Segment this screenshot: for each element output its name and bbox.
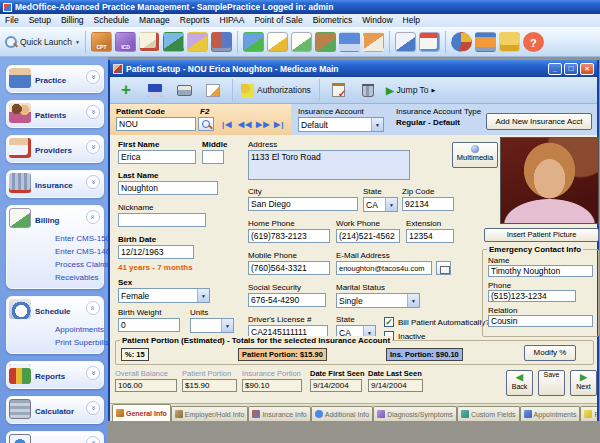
tab-general-info[interactable]: General Info — [112, 404, 171, 421]
menu-billing[interactable]: Billing — [56, 14, 89, 27]
expand-chevron-icon[interactable]: » — [86, 366, 100, 380]
middle-input[interactable] — [202, 150, 224, 164]
city-input[interactable] — [248, 197, 358, 211]
claims-transfer-icon[interactable] — [243, 32, 264, 52]
menu-file[interactable]: File — [0, 14, 24, 27]
close-button[interactable]: × — [580, 63, 594, 75]
sidebar-item-print-superbills[interactable]: Print Superbills — [55, 336, 101, 349]
process-claims-icon[interactable] — [291, 32, 312, 52]
dropdown-arrow-icon[interactable]: ▼ — [371, 118, 383, 131]
bill-auto-checkbox[interactable]: ✓ — [384, 317, 394, 327]
authorizations-button[interactable]: Authorizations — [240, 79, 312, 101]
tab-appointments[interactable]: Appointments — [520, 406, 581, 421]
save-patient-button[interactable] — [143, 79, 167, 101]
expand-chevron-icon[interactable]: » — [86, 70, 100, 84]
cpt-codes-icon[interactable]: CPT — [91, 32, 112, 52]
expand-chevron-icon[interactable]: » — [86, 401, 100, 415]
menu-biometrics[interactable]: Biometrics — [308, 14, 358, 27]
sidebar-section-shortcuts[interactable]: Shortcuts » — [6, 431, 104, 443]
expand-chevron-icon[interactable]: » — [86, 105, 100, 119]
emergency-phone-input[interactable] — [488, 290, 576, 302]
menu-setup[interactable]: Setup — [24, 14, 56, 27]
modify-percent-button[interactable]: Modify % — [524, 345, 576, 361]
collapse-chevron-icon[interactable]: » — [86, 210, 100, 224]
quick-launch-dropdown-icon[interactable]: ▼ — [75, 39, 80, 45]
patient-search-button[interactable] — [198, 117, 214, 131]
next-button[interactable]: ▶ Next — [570, 370, 597, 396]
report-scheduler-icon[interactable] — [395, 32, 416, 52]
birth-weight-input[interactable] — [118, 318, 180, 332]
delete-button[interactable] — [356, 79, 380, 101]
menu-schedule[interactable]: Schedule — [89, 14, 134, 27]
emergency-relation-input[interactable] — [488, 315, 593, 327]
tab-patient-notes[interactable]: Patient Notes — [580, 406, 597, 421]
multimedia-button[interactable]: Multimedia — [452, 142, 498, 168]
first-name-input[interactable] — [118, 150, 196, 164]
sex-select[interactable]: Female ▼ — [118, 288, 210, 303]
patient-code-input[interactable] — [116, 117, 196, 131]
sidebar-item-enter-cms-1500[interactable]: Enter CMS-1500 — [55, 232, 101, 245]
dropdown-arrow-icon[interactable]: ▼ — [385, 198, 397, 211]
mobile-phone-input[interactable] — [248, 261, 330, 275]
address-input[interactable]: 1133 El Toro Road — [248, 150, 410, 180]
financial-charts-icon[interactable] — [451, 32, 472, 52]
quick-launch-button[interactable]: Quick Launch — [20, 37, 72, 47]
sidebar-section-schedule[interactable]: Schedule » Appointments Print Superbills — [6, 296, 104, 354]
add-patient-button[interactable]: + — [114, 79, 138, 101]
sidebar-section-patients[interactable]: Patients » — [6, 100, 104, 128]
billing-sheet-icon[interactable] — [267, 32, 288, 52]
menu-manage[interactable]: Manage — [134, 14, 175, 27]
units-select[interactable]: ▼ — [190, 318, 234, 333]
collapse-chevron-icon[interactable]: » — [86, 301, 100, 315]
save-button[interactable]: Save — [538, 370, 565, 396]
dropdown-arrow-icon[interactable]: ▼ — [221, 319, 233, 332]
workstation-icon[interactable] — [475, 32, 496, 52]
patient-report-icon[interactable] — [363, 32, 384, 52]
lab-tests-icon[interactable] — [163, 32, 184, 52]
expand-chevron-icon[interactable]: » — [86, 436, 100, 443]
help-icon[interactable]: ? — [523, 32, 544, 52]
point-of-sale-icon[interactable] — [339, 32, 360, 52]
expand-chevron-icon[interactable]: » — [86, 175, 100, 189]
menu-hipaa[interactable]: HIPAA — [215, 14, 250, 27]
tab-insurance-info[interactable]: Insurance Info — [248, 406, 310, 421]
authorizations-icon[interactable] — [187, 32, 208, 52]
maximize-button[interactable]: □ — [564, 63, 578, 75]
zip-input[interactable] — [402, 197, 454, 211]
nav-prev-button[interactable]: ◀◀ — [238, 120, 252, 129]
icd-codes-icon[interactable]: ICD — [115, 32, 136, 52]
tab-custom-fields[interactable]: Custom Fields — [457, 406, 520, 421]
tab-employer-hold-info[interactable]: Employer/Hold Info — [171, 406, 249, 421]
sidebar-section-billing[interactable]: Billing » Enter CMS-1500 Enter CMS-1460 … — [6, 205, 104, 289]
sidebar-section-insurance[interactable]: Insurance » — [6, 170, 104, 198]
dropdown-arrow-icon[interactable]: ▼ — [197, 289, 209, 302]
dropdown-arrow-icon[interactable]: ▼ — [407, 294, 419, 307]
menu-reports[interactable]: Reports — [175, 14, 215, 27]
jump-to-button[interactable]: ▶ Jump To ▶ — [385, 79, 437, 101]
sidebar-section-practice[interactable]: Practice » — [6, 65, 104, 93]
sidebar-section-reports[interactable]: Reports » — [6, 361, 104, 389]
insert-picture-button[interactable]: Insert Patient Picture — [484, 228, 599, 242]
last-name-input[interactable] — [118, 181, 218, 195]
email-input[interactable] — [336, 261, 432, 275]
nickname-input[interactable] — [118, 213, 206, 227]
sidebar-item-receivables[interactable]: Receivables — [55, 271, 101, 284]
work-phone-input[interactable] — [336, 229, 400, 243]
tab-diagnosis-symptoms[interactable]: Diagnosis/Symptoms — [373, 406, 457, 421]
sidebar-item-enter-cms-1460[interactable]: Enter CMS-1460 — [55, 245, 101, 258]
menu-help[interactable]: Help — [398, 14, 425, 27]
inventory-icon[interactable] — [315, 32, 336, 52]
expand-chevron-icon[interactable]: » — [86, 140, 100, 154]
birth-date-input[interactable] — [118, 245, 194, 259]
back-button[interactable]: ◀ Back — [506, 370, 533, 396]
insurance-account-select[interactable]: Default ▼ — [298, 117, 384, 132]
appointments-icon[interactable] — [419, 32, 440, 52]
edit-button[interactable] — [201, 79, 225, 101]
home-phone-input[interactable] — [248, 229, 330, 243]
add-new-insurance-button[interactable]: Add New Insurance Acct — [486, 113, 592, 130]
verify-button[interactable]: ✓ — [327, 79, 351, 101]
menu-point-of-sale[interactable]: Point of Sale — [249, 14, 307, 27]
sidebar-item-appointments[interactable]: Appointments — [55, 323, 101, 336]
state-select[interactable]: CA ▼ — [363, 197, 398, 212]
emergency-name-input[interactable] — [488, 265, 593, 277]
